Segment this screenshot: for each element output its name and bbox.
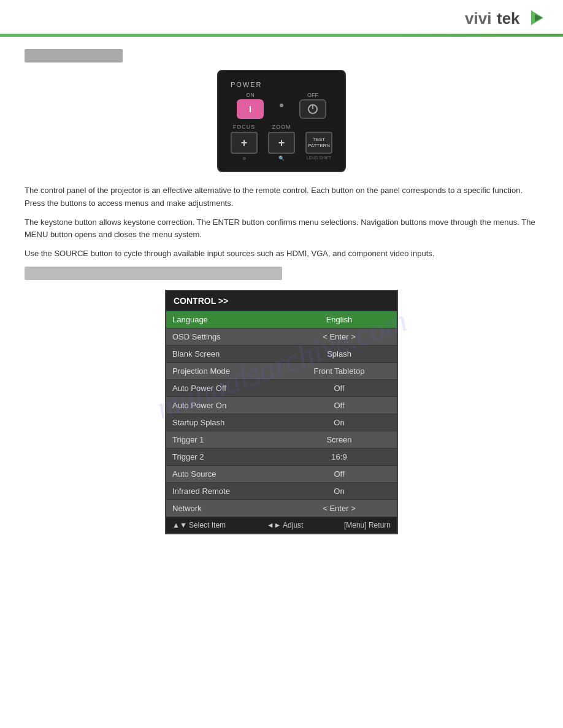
test-pattern-group: TESTPATTERN LENS SHIFT <box>305 124 332 161</box>
osd-right-trigger2: 16:9 <box>282 449 397 465</box>
header-line <box>0 34 563 36</box>
osd-left-blank-screen: Blank Screen <box>166 346 282 362</box>
body-paragraph-3: Use the SOURCE button to cycle through a… <box>25 248 538 260</box>
test-pattern-spacer <box>318 124 320 130</box>
remote-container: POWER ON I OFF <box>25 70 538 172</box>
osd-row-auto-power-off[interactable]: Auto Power Off Off <box>166 380 397 397</box>
osd-footer-menu: [Menu] Return <box>344 521 391 529</box>
on-symbol: I <box>249 104 251 114</box>
osd-row-language[interactable]: Language English <box>166 311 397 328</box>
vivitek-logo: vivi tek <box>465 6 545 30</box>
section1-bar <box>25 49 123 63</box>
remote-panel: POWER ON I OFF <box>217 70 346 172</box>
zoom-sub-label: 🔍 <box>278 156 285 161</box>
osd-left-auto-source: Auto Source <box>166 466 282 482</box>
lens-shift-label: LENS SHIFT <box>307 156 331 160</box>
osd-left-network: Network <box>166 500 282 517</box>
osd-right-infrared-remote: On <box>282 483 397 499</box>
osd-left-projection-mode: Projection Mode <box>166 363 282 379</box>
focus-button[interactable]: + <box>231 132 258 154</box>
osd-row-network[interactable]: Network < Enter > <box>166 500 397 517</box>
osd-row-infrared-remote[interactable]: Infrared Remote On <box>166 483 397 500</box>
svg-text:vivi: vivi <box>465 9 491 28</box>
osd-left-auto-power-off: Auto Power Off <box>166 380 282 396</box>
osd-right-startup-splash: On <box>282 414 397 431</box>
osd-right-projection-mode: Front Tabletop <box>282 363 397 379</box>
focus-group: FOCUS + ⊕ <box>231 124 258 161</box>
page-content: POWER ON I OFF <box>0 37 563 728</box>
zoom-label: ZOOM <box>272 124 291 130</box>
osd-footer: ▲▼ Select Item ◄► Adjust [Menu] Return <box>166 517 397 533</box>
on-label: ON <box>246 92 255 98</box>
osd-left-osd-settings: OSD Settings <box>166 328 282 345</box>
off-label: OFF <box>307 92 318 98</box>
power-off-button[interactable] <box>299 99 326 119</box>
body-paragraph-2: The keystone button allows keystone corr… <box>25 216 538 242</box>
focus-sub-label: ⊕ <box>242 156 247 161</box>
osd-menu: CONTROL >> Language English OSD Settings… <box>165 290 398 534</box>
osd-row-startup-splash[interactable]: Startup Splash On <box>166 414 397 431</box>
osd-right-auto-power-on: Off <box>282 397 397 414</box>
osd-footer-select: ▲▼ Select Item <box>172 521 226 529</box>
test-pattern-label: TESTPATTERN <box>308 137 330 148</box>
osd-right-blank-screen: Splash <box>282 346 397 362</box>
osd-right-auto-power-off: Off <box>282 380 397 396</box>
osd-row-auto-power-on[interactable]: Auto Power On Off <box>166 397 397 414</box>
osd-row-projection-mode[interactable]: Projection Mode Front Tabletop <box>166 363 397 380</box>
zoom-button[interactable]: + <box>268 132 295 154</box>
osd-right-osd-settings: < Enter > <box>282 328 397 345</box>
osd-container: CONTROL >> Language English OSD Settings… <box>25 290 538 534</box>
osd-left-trigger1: Trigger 1 <box>166 431 282 448</box>
osd-footer-adjust: ◄► Adjust <box>267 521 304 529</box>
svg-text:tek: tek <box>497 9 520 28</box>
osd-right-trigger1: Screen <box>282 431 397 448</box>
focus-label: FOCUS <box>233 124 256 130</box>
focus-plus: + <box>241 137 248 150</box>
osd-left-infrared-remote: Infrared Remote <box>166 483 282 499</box>
osd-row-trigger2[interactable]: Trigger 2 16:9 <box>166 449 397 466</box>
power-label: POWER <box>231 81 332 88</box>
power-buttons-row: ON I OFF <box>231 92 332 119</box>
section2-bar <box>25 267 282 280</box>
body-paragraph-1: The control panel of the projector is an… <box>25 184 538 210</box>
power-on-button[interactable]: I <box>237 99 264 119</box>
osd-right-language: English <box>282 311 397 328</box>
osd-right-auto-source: Off <box>282 466 397 482</box>
off-button-col: OFF <box>299 92 326 119</box>
osd-left-auto-power-on: Auto Power On <box>166 397 282 414</box>
osd-row-trigger1[interactable]: Trigger 1 Screen <box>166 431 397 449</box>
zoom-group: ZOOM + 🔍 <box>268 124 295 161</box>
osd-right-network: < Enter > <box>282 500 397 517</box>
osd-row-osd-settings[interactable]: OSD Settings < Enter > <box>166 328 397 346</box>
page-header: vivi tek <box>0 0 563 37</box>
focus-zoom-section: FOCUS + ⊕ ZOOM + 🔍 TESTPATTERN <box>231 124 332 161</box>
osd-left-startup-splash: Startup Splash <box>166 414 282 431</box>
osd-left-language: Language <box>166 311 282 328</box>
osd-left-trigger2: Trigger 2 <box>166 449 282 465</box>
zoom-plus: + <box>278 137 285 150</box>
power-dot <box>280 104 283 107</box>
test-pattern-button[interactable]: TESTPATTERN <box>305 132 332 154</box>
osd-title: CONTROL >> <box>166 291 397 311</box>
osd-row-blank-screen[interactable]: Blank Screen Splash <box>166 346 397 363</box>
on-button-col: ON I <box>237 92 264 119</box>
osd-row-auto-source[interactable]: Auto Source Off <box>166 466 397 483</box>
